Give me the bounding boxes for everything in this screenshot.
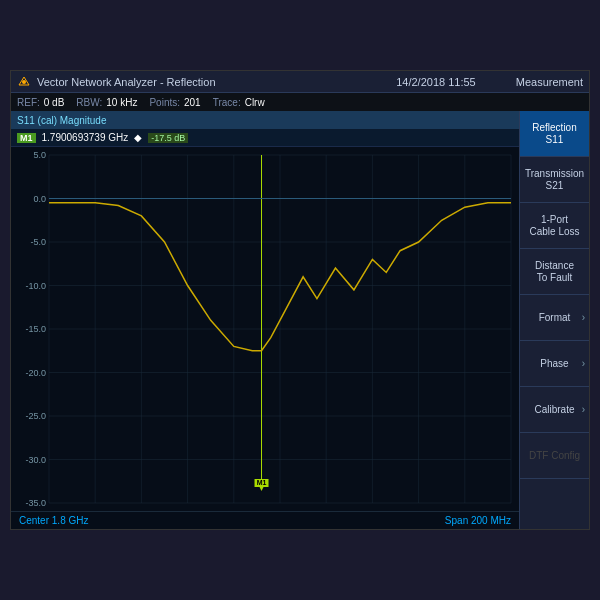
sidebar-btn-transmission[interactable]: TransmissionS21	[520, 157, 589, 203]
title-bar: Vector Network Analyzer - Reflection 14/…	[11, 71, 589, 93]
trace-value: Clrw	[245, 97, 265, 108]
rbw-value: 10 kHz	[106, 97, 137, 108]
sidebar-btn-dtf-config[interactable]: DTF Config	[520, 433, 589, 479]
calibrate-arrow-icon: ›	[582, 404, 585, 416]
sidebar-btn-format[interactable]: Format ›	[520, 295, 589, 341]
trace-label: Trace:	[213, 97, 241, 108]
sidebar-label-dtf-config: DTF Config	[529, 450, 580, 462]
points-group: Points: 201	[149, 97, 200, 108]
app-icon	[17, 75, 31, 89]
chart-header: S11 (cal) Magnitude	[11, 111, 519, 129]
sidebar-btn-dtf[interactable]: DistanceTo Fault	[520, 249, 589, 295]
chart-canvas-wrapper	[11, 147, 519, 511]
marker-bar: M1 1.7900693739 GHz ◆ -17.5 dB	[11, 129, 519, 147]
ref-group: REF: 0 dB	[17, 97, 64, 108]
sidebar-label-dtf: DistanceTo Fault	[535, 260, 574, 284]
trace-group: Trace: Clrw	[213, 97, 265, 108]
sidebar-btn-phase[interactable]: Phase ›	[520, 341, 589, 387]
points-label: Points:	[149, 97, 180, 108]
sidebar-btn-calibrate[interactable]: Calibrate ›	[520, 387, 589, 433]
marker-freq: 1.7900693739 GHz	[42, 132, 129, 143]
sidebar-label-reflection: ReflectionS11	[532, 122, 576, 146]
rbw-label: RBW:	[76, 97, 102, 108]
marker-label: M1	[17, 133, 36, 143]
params-bar: REF: 0 dB RBW: 10 kHz Points: 201 Trace:…	[11, 93, 589, 111]
date-time: 14/2/2018 11:55	[396, 76, 476, 88]
main-window: Vector Network Analyzer - Reflection 14/…	[10, 70, 590, 530]
chart-canvas	[11, 147, 519, 511]
chart-area: S11 (cal) Magnitude M1 1.7900693739 GHz …	[11, 111, 519, 529]
sidebar-label-transmission: TransmissionS21	[525, 168, 584, 192]
sidebar-label-calibrate: Calibrate	[534, 404, 574, 416]
marker-db: -17.5 dB	[148, 133, 188, 143]
chart-title: S11 (cal) Magnitude	[17, 115, 107, 126]
rbw-group: RBW: 10 kHz	[76, 97, 137, 108]
ref-label: REF:	[17, 97, 40, 108]
marker-separator: ◆	[134, 132, 142, 143]
format-arrow-icon: ›	[582, 312, 585, 324]
points-value: 201	[184, 97, 201, 108]
sidebar-label-cable-loss: 1-PortCable Loss	[529, 214, 579, 238]
span-label: Span 200 MHz	[445, 515, 511, 526]
sidebar-label-format: Format	[539, 312, 571, 324]
center-freq-label: Center 1.8 GHz	[19, 515, 88, 526]
chart-footer: Center 1.8 GHz Span 200 MHz	[11, 511, 519, 529]
sidebar-btn-cable-loss[interactable]: 1-PortCable Loss	[520, 203, 589, 249]
sidebar-btn-reflection[interactable]: ReflectionS11	[520, 111, 589, 157]
main-content: S11 (cal) Magnitude M1 1.7900693739 GHz …	[11, 111, 589, 529]
ref-value: 0 dB	[44, 97, 65, 108]
measurement-label: Measurement	[516, 76, 583, 88]
sidebar: ReflectionS11 TransmissionS21 1-PortCabl…	[519, 111, 589, 529]
phase-arrow-icon: ›	[582, 358, 585, 370]
app-title: Vector Network Analyzer - Reflection	[37, 76, 396, 88]
svg-point-1	[22, 80, 26, 84]
sidebar-label-phase: Phase	[540, 358, 568, 370]
